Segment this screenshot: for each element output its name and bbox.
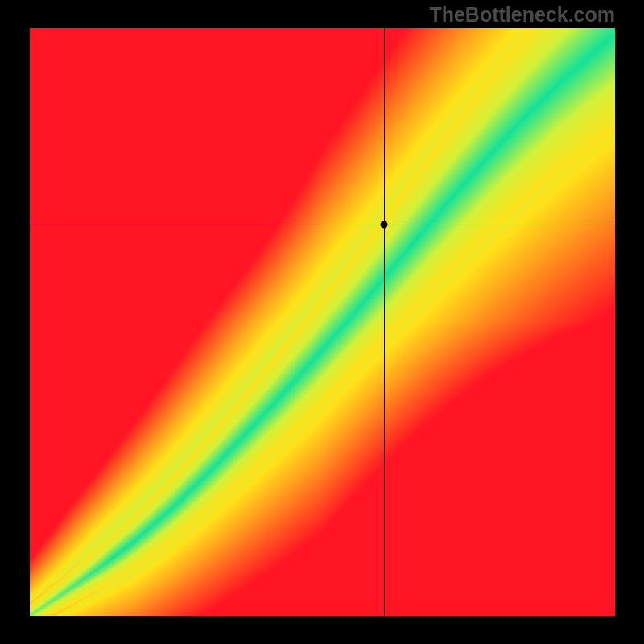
selection-marker: [380, 221, 387, 228]
plot-area: [30, 28, 615, 616]
crosshair-horizontal: [30, 225, 615, 225]
chart-stage: TheBottleneck.com: [0, 0, 644, 644]
watermark-text: TheBottleneck.com: [429, 3, 615, 27]
heatmap-canvas: [30, 28, 615, 616]
crosshair-vertical: [384, 28, 385, 616]
